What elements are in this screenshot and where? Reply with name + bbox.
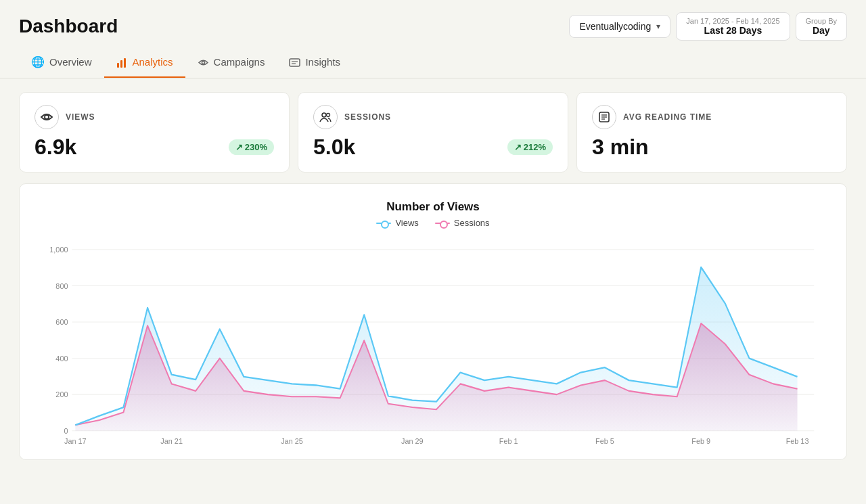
svg-text:Feb 5: Feb 5 <box>595 436 614 444</box>
chart-card: Number of Views Views Sessions <box>19 183 847 460</box>
views-badge: ↗ 230% <box>229 139 274 155</box>
tab-insights-label: Insights <box>305 56 340 68</box>
legend-sessions: Sessions <box>435 218 490 228</box>
svg-text:Jan 25: Jan 25 <box>281 436 303 444</box>
date-range-box[interactable]: Jan 17, 2025 - Feb 14, 2025 Last 28 Days <box>676 12 790 41</box>
svg-rect-2 <box>124 58 126 68</box>
svg-text:1,000: 1,000 <box>49 246 68 254</box>
sessions-badge-value: 212% <box>524 142 546 152</box>
chart-container: 0 200 400 600 800 1,000 <box>39 239 827 449</box>
svg-text:Jan 17: Jan 17 <box>64 436 87 444</box>
legend-views-icon <box>376 223 391 224</box>
tab-analytics-label: Analytics <box>133 56 173 68</box>
tab-overview[interactable]: 🌐 Overview <box>19 47 104 78</box>
svg-point-7 <box>45 115 49 119</box>
sessions-badge: ↗ 212% <box>507 139 553 155</box>
svg-point-9 <box>327 114 330 117</box>
views-label: VIEWS <box>66 112 95 122</box>
campaigns-icon <box>198 55 209 68</box>
legend-sessions-icon <box>435 223 450 224</box>
svg-text:600: 600 <box>55 318 68 326</box>
legend-sessions-label: Sessions <box>454 218 490 228</box>
group-by-label: Group By <box>806 17 837 25</box>
svg-point-3 <box>202 61 204 64</box>
views-badge-arrow: ↗ <box>235 142 243 152</box>
avg-reading-value: 3 min <box>592 135 649 160</box>
svg-text:Feb 1: Feb 1 <box>499 436 518 444</box>
metric-card-avg-reading: AVG READING TIME 3 min <box>576 92 847 173</box>
svg-text:Jan 21: Jan 21 <box>160 436 183 444</box>
chart-legend: Views Sessions <box>39 218 827 228</box>
legend-views: Views <box>376 218 418 228</box>
insights-icon <box>289 55 300 68</box>
chart-title: Number of Views <box>39 200 827 214</box>
group-by-value: Day <box>806 25 837 36</box>
tab-campaigns[interactable]: Campaigns <box>185 47 277 77</box>
reading-icon <box>592 105 616 129</box>
header-controls: Eventuallycoding ▾ Jan 17, 2025 - Feb 14… <box>569 12 847 41</box>
date-range-value: Last 28 Days <box>686 25 779 36</box>
svg-point-8 <box>322 113 326 117</box>
svg-text:0: 0 <box>64 427 68 435</box>
svg-text:Feb 9: Feb 9 <box>691 436 710 444</box>
tab-analytics[interactable]: Analytics <box>104 47 185 77</box>
views-value: 6.9k <box>35 135 76 160</box>
svg-text:400: 400 <box>55 354 68 362</box>
avg-reading-label: AVG READING TIME <box>623 112 712 122</box>
analytics-icon <box>116 55 128 68</box>
metric-card-views: VIEWS 6.9k ↗ 230% <box>19 92 290 173</box>
svg-rect-4 <box>290 59 300 66</box>
views-area <box>75 267 797 431</box>
tab-campaigns-label: Campaigns <box>214 56 265 68</box>
sessions-label: SESSIONS <box>344 112 391 122</box>
views-badge-value: 230% <box>245 142 267 152</box>
metric-cards: VIEWS 6.9k ↗ 230% <box>19 92 847 173</box>
date-range-label: Jan 17, 2025 - Feb 14, 2025 <box>686 17 779 25</box>
sessions-value: 5.0k <box>313 135 355 160</box>
sessions-icon <box>313 105 338 129</box>
chevron-down-icon: ▾ <box>656 22 660 31</box>
tab-insights[interactable]: Insights <box>277 47 352 77</box>
page-title: Dashboard <box>19 16 118 37</box>
group-by-box[interactable]: Group By Day <box>796 12 847 41</box>
globe-icon: 🌐 <box>31 55 45 68</box>
org-name: Eventuallycoding <box>579 21 651 32</box>
views-icon <box>35 105 59 129</box>
tab-overview-label: Overview <box>49 56 92 68</box>
svg-text:Feb 13: Feb 13 <box>786 436 809 444</box>
org-selector[interactable]: Eventuallycoding ▾ <box>569 15 670 38</box>
main-content: VIEWS 6.9k ↗ 230% <box>0 78 866 474</box>
chart-svg: 0 200 400 600 800 1,000 <box>39 239 827 449</box>
sessions-badge-arrow: ↗ <box>514 142 522 152</box>
svg-text:Jan 29: Jan 29 <box>401 436 424 444</box>
svg-rect-1 <box>120 60 122 68</box>
legend-views-label: Views <box>395 218 418 228</box>
svg-rect-0 <box>117 63 119 68</box>
nav-tabs: 🌐 Overview Analytics Campaigns <box>0 47 866 78</box>
metric-card-sessions: SESSIONS 5.0k ↗ 212% <box>298 92 568 173</box>
svg-text:800: 800 <box>55 281 68 290</box>
svg-text:200: 200 <box>55 390 68 398</box>
